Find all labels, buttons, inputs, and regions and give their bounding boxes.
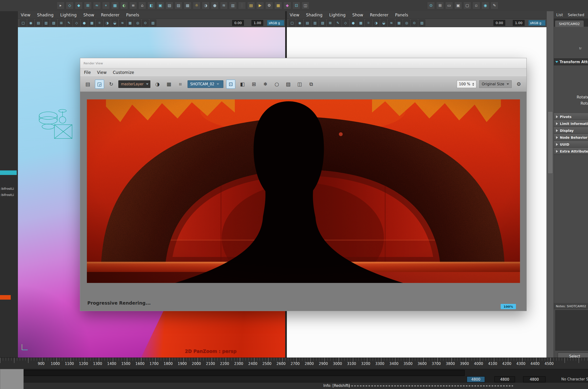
camera-attributes-icon[interactable]: ▤ <box>35 20 42 26</box>
render-view-menu-item[interactable]: File <box>84 70 91 75</box>
separator-icon[interactable]: │ <box>238 2 246 9</box>
motion-blur-mode-icon[interactable]: ≋ <box>119 20 126 26</box>
lock-camera-icon[interactable]: ◉ <box>296 20 303 26</box>
image-plane-icon[interactable]: ▧ <box>319 20 326 26</box>
colorspace-dropdown[interactable]: sRGB g <box>267 20 284 26</box>
lighting-icon[interactable]: ☼ <box>193 2 200 9</box>
lock-camera-icon[interactable]: ◉ <box>28 20 34 26</box>
gamma-field[interactable]: 1.00 <box>252 20 263 26</box>
end-frame-field[interactable]: 4800 <box>494 376 515 382</box>
multisample-icon[interactable]: ▥ <box>229 2 237 9</box>
notes-textarea[interactable] <box>555 310 588 351</box>
select-button[interactable]: Select <box>558 353 588 357</box>
symmetry-icon[interactable]: ◧ <box>147 2 155 9</box>
make-live-icon[interactable]: ◐ <box>120 2 128 9</box>
pan-zoom-icon[interactable]: ⊞ <box>327 20 334 26</box>
render-view-menu-item[interactable]: Customize <box>113 70 134 75</box>
outliner-selection-bar[interactable] <box>0 170 17 175</box>
safe-title-icon[interactable]: ▫ <box>473 2 480 9</box>
camera-select-icon[interactable]: ▢ <box>289 20 295 26</box>
render-frame-icon[interactable]: ▤ <box>247 2 255 9</box>
occlusion-mode-icon[interactable]: ◒ <box>111 20 118 26</box>
history-toggle-icon[interactable]: ≡ <box>129 2 137 9</box>
bookmarks-icon[interactable]: ▥ <box>312 20 318 26</box>
viewport-menu-item[interactable]: Panels <box>126 13 139 17</box>
snap-curve-icon[interactable]: ≈ <box>93 2 101 9</box>
bookmarks-icon[interactable]: ▥ <box>43 20 49 26</box>
grease-pencil-icon[interactable]: ✎ <box>66 20 72 26</box>
render-icon[interactable]: ▤ <box>83 80 92 88</box>
object-xray-icon[interactable]: ▧ <box>166 2 173 9</box>
gear-icon[interactable]: ⚙ <box>514 80 523 88</box>
outliner-highlight-bar[interactable] <box>0 295 11 300</box>
render-region-icon[interactable]: ⌗ <box>176 80 185 88</box>
lights-mode-icon[interactable]: ☼ <box>365 20 372 26</box>
transform-attributes-header[interactable]: Transform Attr <box>554 58 588 65</box>
motion-blur-icon[interactable]: ≋ <box>220 2 228 9</box>
character-set-dropdown[interactable]: No Character S <box>561 377 588 381</box>
isolate-select-icon[interactable]: ⊙ <box>427 2 435 9</box>
xray-icon[interactable]: ▨ <box>419 20 425 26</box>
end-frame-field[interactable]: 4800 <box>523 376 546 382</box>
viewport-menu-item[interactable]: View <box>21 13 30 17</box>
camera-lock-icon[interactable]: ◉ <box>481 2 489 9</box>
viewport-menu-item[interactable]: View <box>290 13 299 17</box>
tab-shotcam02[interactable]: SHOTCAM02 <box>555 20 584 27</box>
end-frame-field[interactable]: 4800 <box>467 376 485 382</box>
snapshot-icon[interactable]: ◲ <box>95 80 104 89</box>
select-object-icon[interactable]: ◇ <box>66 2 74 9</box>
colorspace-dropdown[interactable]: sRGB g <box>528 20 546 26</box>
viewport-menu-item[interactable]: Lighting <box>60 13 76 17</box>
textured-mode-icon[interactable]: ▩ <box>358 20 364 26</box>
render-layer-dropdown[interactable]: masterLayer <box>118 80 150 88</box>
duplicate-image-icon[interactable]: ⧉ <box>307 80 315 88</box>
node-editor-icon[interactable]: ⊡ <box>293 2 300 9</box>
timeline-corner-box[interactable] <box>0 369 24 389</box>
time-slider[interactable]: 900 1000 1100 1200 1300 1400 1500 1600 1… <box>0 357 588 369</box>
size-mode-dropdown[interactable]: Original Size <box>479 80 512 88</box>
render-view-menu-item[interactable]: View <box>97 70 107 75</box>
attribute-editor-menu-item[interactable]: Selected <box>568 13 584 17</box>
multisample-mode-icon[interactable]: ▦ <box>127 20 133 26</box>
exposure-field[interactable]: 0.00 <box>232 20 244 26</box>
attribute-section-header[interactable]: Limit Information <box>554 120 588 127</box>
panel-scrollbar[interactable] <box>547 11 554 357</box>
viewport-menu-item[interactable]: Renderer <box>101 13 119 17</box>
wireframe-icon[interactable]: ◇ <box>73 20 80 26</box>
open-image-icon[interactable]: ▨ <box>284 80 293 88</box>
image-plane-icon[interactable]: ▧ <box>50 20 57 26</box>
grid-overlay-icon[interactable]: ⊞ <box>250 80 258 88</box>
depth-of-field-icon[interactable]: ◎ <box>134 20 141 26</box>
display-1to1-icon[interactable]: ⊡ <box>226 80 235 89</box>
select-hierarchy-icon[interactable]: ▸ <box>57 2 64 9</box>
gamma-field[interactable]: 1.00 <box>513 20 524 26</box>
occlusion-icon[interactable]: ● <box>211 2 219 9</box>
wireframe-rig[interactable] <box>36 106 81 147</box>
resolution-gate-icon[interactable]: ▭ <box>445 2 453 9</box>
snap-point-icon[interactable]: ⌖ <box>102 2 110 9</box>
viewport-menu-item[interactable]: Lighting <box>329 13 346 17</box>
multisample-mode-icon[interactable]: ▦ <box>396 20 402 26</box>
wireframe-icon[interactable]: ◇ <box>342 20 349 26</box>
pan-zoom-icon[interactable]: ⊞ <box>58 20 65 26</box>
shadows-mode-icon[interactable]: ◑ <box>104 20 110 26</box>
viewport-menu-item[interactable]: Shading <box>37 13 53 17</box>
select-component-icon[interactable]: ◆ <box>75 2 83 9</box>
spinner-arrows-icon[interactable] <box>472 83 474 86</box>
hypershade-icon[interactable]: ◆ <box>284 2 291 9</box>
outliner-item[interactable]: :bifrostLi <box>0 193 14 197</box>
scrollbar-handle[interactable] <box>548 111 553 174</box>
playblast-icon[interactable]: ◫ <box>302 2 309 9</box>
camera-icon[interactable]: ◧ <box>238 80 247 88</box>
save-image-icon[interactable]: ◫ <box>295 80 304 88</box>
textured-mode-icon[interactable]: ▩ <box>89 20 95 26</box>
gate-mask-icon[interactable]: ▣ <box>454 2 462 9</box>
grease-pencil-icon[interactable]: ✎ <box>491 2 498 9</box>
viewport-menu-item[interactable]: Show <box>83 13 94 17</box>
isolate-icon[interactable]: ⊙ <box>142 20 149 26</box>
lights-mode-icon[interactable]: ☼ <box>96 20 103 26</box>
viewport-menu-item[interactable]: Panels <box>395 13 408 17</box>
field-chart-icon[interactable]: ⊞ <box>436 2 444 9</box>
snap-grid-icon[interactable]: ⊞ <box>84 2 92 9</box>
attribute-section-header[interactable]: Display <box>554 127 588 134</box>
